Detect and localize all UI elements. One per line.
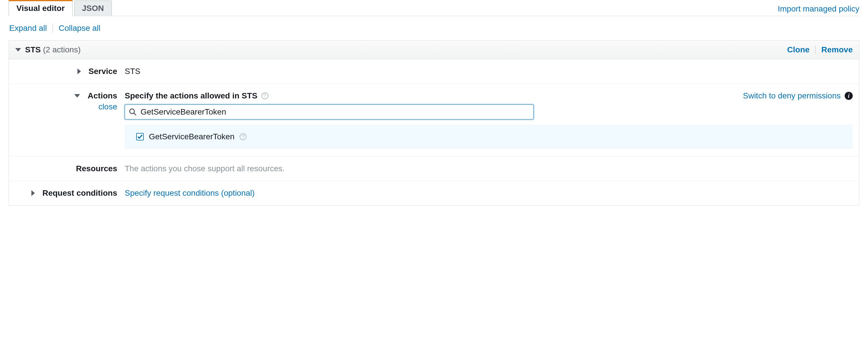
service-label: Service (88, 67, 117, 76)
actions-label: Actions (88, 91, 117, 100)
clone-link[interactable]: Clone (787, 45, 810, 54)
chevron-right-icon[interactable] (31, 190, 35, 196)
remove-link[interactable]: Remove (822, 45, 853, 54)
svg-line-1 (134, 113, 136, 115)
conditions-row: Request conditions Specify request condi… (9, 181, 859, 205)
help-icon[interactable]: ? (261, 92, 269, 99)
action-result-row[interactable]: GetServiceBearerToken ? (125, 125, 853, 149)
chevron-right-icon[interactable] (78, 68, 81, 74)
toolbar-divider (53, 24, 53, 33)
search-icon (129, 108, 136, 116)
conditions-label: Request conditions (42, 189, 117, 198)
statement-title: STS (2 actions) (25, 45, 81, 54)
expand-all-link[interactable]: Expand all (9, 24, 47, 33)
actions-row: Actions close Specify the actions allowe… (9, 84, 859, 157)
statement-action-count: (2 actions) (43, 45, 81, 54)
collapse-all-link[interactable]: Collapse all (59, 24, 100, 33)
switch-to-deny-link[interactable]: Switch to deny permissions (743, 91, 841, 100)
tab-json[interactable]: JSON (74, 1, 112, 16)
actions-heading: Specify the actions allowed in STS (125, 91, 257, 100)
tab-visual-editor[interactable]: Visual editor (9, 1, 72, 16)
statement-header[interactable]: STS (2 actions) Clone Remove (9, 40, 859, 59)
help-icon[interactable]: ? (240, 133, 247, 140)
svg-point-0 (130, 109, 134, 114)
resources-row: Resources The actions you chose support … (9, 157, 859, 181)
action-result-label: GetServiceBearerToken (149, 132, 235, 141)
actions-search-field[interactable] (125, 104, 534, 120)
service-value: STS (125, 67, 140, 76)
chevron-down-icon (15, 48, 21, 52)
service-row: Service STS (9, 59, 859, 84)
actions-search-input[interactable] (140, 107, 529, 117)
resources-text: The actions you chose support all resour… (125, 164, 285, 173)
info-icon[interactable]: i (845, 92, 853, 100)
chevron-down-icon[interactable] (74, 94, 80, 98)
action-checkbox[interactable] (136, 133, 144, 140)
import-managed-policy-link[interactable]: Import managed policy (778, 4, 859, 16)
actions-close-link[interactable]: close (98, 102, 117, 111)
conditions-link[interactable]: Specify request conditions (optional) (125, 189, 255, 197)
tabs-row: Visual editor JSON Import managed policy (9, 0, 859, 16)
statement-service-name: STS (25, 45, 41, 54)
check-icon (137, 134, 143, 139)
resources-label: Resources (76, 164, 117, 173)
policy-statement: STS (2 actions) Clone Remove Service STS (9, 40, 859, 205)
expand-collapse-toolbar: Expand all Collapse all (9, 16, 859, 40)
